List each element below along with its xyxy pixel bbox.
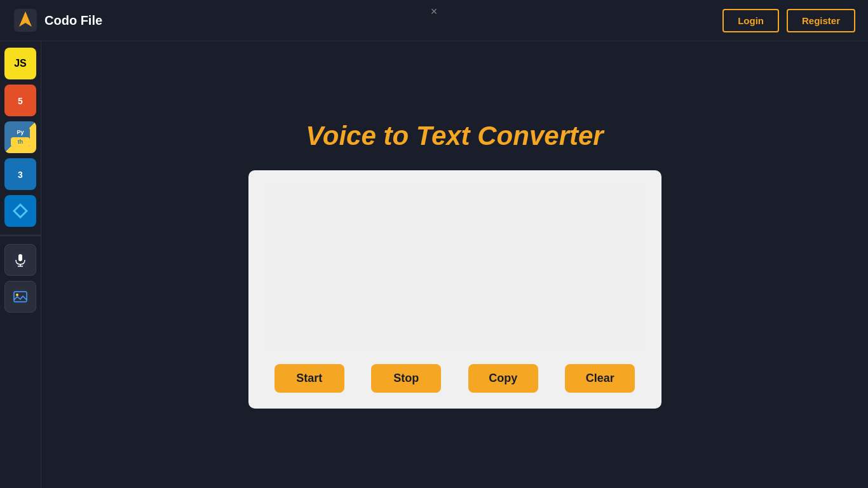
voice-text-output[interactable]	[264, 186, 646, 351]
page-title: Voice to Text Converter	[306, 121, 603, 151]
sidebar-divider	[0, 234, 41, 236]
svg-rect-17	[12, 288, 29, 305]
svg-point-19	[16, 294, 18, 296]
logo: Codo File	[13, 8, 102, 33]
app-name: Codo File	[44, 13, 102, 28]
svg-text:3: 3	[18, 170, 23, 180]
sidebar-item-mic[interactable]	[4, 244, 36, 276]
svg-text:5: 5	[18, 96, 23, 106]
header-buttons: Login Register	[722, 9, 855, 32]
sidebar-item-dart[interactable]	[4, 195, 36, 227]
start-button[interactable]: Start	[275, 364, 344, 393]
sidebar-item-image[interactable]	[4, 281, 36, 313]
register-button[interactable]: Register	[787, 9, 855, 32]
converter-card: Start Stop Copy Clear	[248, 170, 661, 409]
svg-text:th: th	[18, 139, 24, 145]
login-button[interactable]: Login	[722, 9, 779, 32]
js-label: JS	[14, 58, 27, 69]
logo-icon	[13, 8, 38, 33]
sidebar: JS 5 Py th 3	[0, 41, 41, 488]
svg-text:Py: Py	[17, 129, 24, 135]
action-buttons: Start Stop Copy Clear	[264, 364, 646, 393]
sidebar-item-python[interactable]: Py th	[4, 121, 36, 153]
main-content: Voice to Text Converter Start Stop Copy …	[41, 41, 868, 488]
stop-button[interactable]: Stop	[371, 364, 441, 393]
sidebar-item-js[interactable]: JS	[4, 48, 36, 79]
svg-rect-14	[18, 254, 22, 261]
close-icon[interactable]: ×	[431, 5, 438, 18]
clear-button[interactable]: Clear	[565, 364, 635, 393]
sidebar-item-html5[interactable]: 5	[4, 85, 36, 116]
copy-button[interactable]: Copy	[468, 364, 538, 393]
sidebar-item-css3[interactable]: 3	[4, 158, 36, 190]
